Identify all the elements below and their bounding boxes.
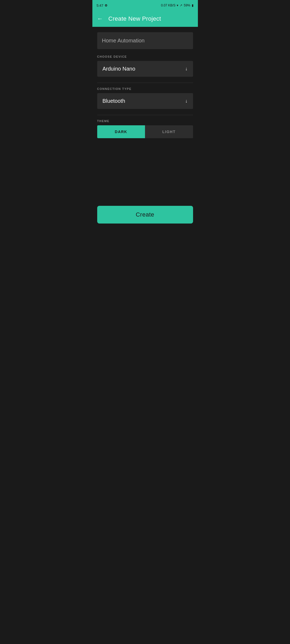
- theme-label: THEME: [97, 119, 193, 123]
- theme-light-option[interactable]: LIGHT: [145, 125, 193, 138]
- wifi-icon: ▾: [177, 3, 178, 7]
- app-bar: ← Create New Project: [92, 11, 198, 27]
- divider-1: [97, 83, 193, 83]
- connection-type-label: CONNECTION TYPE: [97, 87, 193, 90]
- signal-icon: ↗: [180, 3, 182, 7]
- connection-dropdown[interactable]: Bluetooth ↓: [97, 93, 193, 109]
- device-chevron-down-icon: ↓: [185, 66, 188, 72]
- divider-2: [97, 115, 193, 115]
- status-speed: 0.07 KB/S: [161, 3, 175, 7]
- device-value: Arduino Nano: [103, 66, 135, 72]
- theme-toggle: DARK LIGHT: [97, 125, 193, 138]
- status-right: 0.07 KB/S ▾ ↗ 59% ▮: [161, 3, 193, 7]
- page-title: Create New Project: [108, 15, 161, 22]
- create-btn-container: Create: [92, 203, 198, 228]
- battery-text: 59%: [184, 3, 190, 7]
- back-button[interactable]: ←: [97, 15, 103, 22]
- battery-icon: ▮: [192, 3, 194, 7]
- create-button[interactable]: Create: [97, 206, 193, 224]
- status-left: 5:47: [97, 3, 107, 8]
- status-dot-icon: [105, 4, 107, 6]
- device-dropdown[interactable]: Arduino Nano ↓: [97, 61, 193, 77]
- status-time: 5:47: [97, 3, 103, 8]
- status-bar: 5:47 0.07 KB/S ▾ ↗ 59% ▮: [92, 0, 198, 11]
- form-content: CHOOSE DEVICE Arduino Nano ↓ CONNECTION …: [92, 27, 198, 209]
- connection-value: Bluetooth: [103, 98, 125, 104]
- theme-dark-option[interactable]: DARK: [97, 125, 145, 138]
- project-name-input[interactable]: [97, 32, 193, 49]
- choose-device-label: CHOOSE DEVICE: [97, 55, 193, 58]
- connection-chevron-down-icon: ↓: [185, 98, 188, 104]
